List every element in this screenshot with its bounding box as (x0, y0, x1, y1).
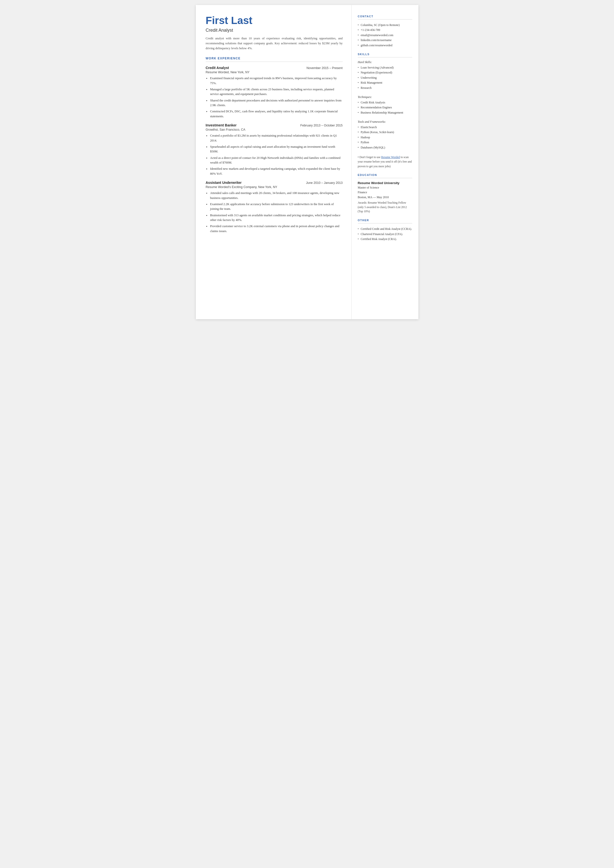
list-item: Provided customer service to 3.2K extern… (206, 224, 343, 234)
summary-text: Credit analyst with more than 10 years o… (206, 36, 343, 51)
list-item: Credit Risk Analysis (358, 100, 412, 105)
list-item: Hadoop (358, 135, 412, 140)
name-heading: First Last (206, 15, 343, 26)
list-item: Constructed DCFs, DSC, cash flow analyse… (206, 109, 343, 119)
promo-link[interactable]: Resume Worded (381, 156, 400, 158)
promo-text: • Don't forget to use Resume Worded to s… (358, 155, 412, 169)
education-label: EDUCATION (358, 174, 412, 176)
job-3-bullets: Attended sales calls and meetings with 2… (206, 191, 343, 234)
job-1-bullets: Examined financial reports and recognize… (206, 76, 343, 119)
techniques-list: Credit Risk Analysis Recommendation Engi… (358, 100, 412, 115)
right-column: CONTACT Columbia, SC (Open to Remote) +1… (352, 5, 419, 319)
contact-divider (358, 19, 412, 20)
job-3-title: Assistant Underwriter (206, 181, 242, 185)
job-2: Investment Banker February 2013 – Octobe… (206, 123, 343, 176)
skills-divider (358, 57, 412, 57)
other-list: Certified Credit and Risk Analyst (CCRA)… (358, 227, 412, 242)
job-title-heading: Credit Analyst (206, 28, 343, 33)
list-item: Certified Credit and Risk Analyst (CCRA)… (358, 227, 412, 231)
list-item: Certified Risk Analyst (CRA). (358, 236, 412, 242)
tools-list: ElasticSearch Python (Keras, Scikit-lear… (358, 125, 412, 150)
contact-list: Columbia, SC (Open to Remote) +1-234-456… (358, 23, 412, 48)
edu-awards: Awards: Resume Worded Teaching Fellow (o… (358, 201, 412, 214)
list-item: Python (358, 140, 412, 145)
list-item: Business Relationship Management (358, 110, 412, 115)
list-item: linkedin.com/in/username (358, 37, 412, 43)
edu-degree: Master of Science Finance Boston, MA — M… (358, 185, 412, 200)
other-label: OTHER (358, 219, 412, 222)
education-divider (358, 178, 412, 178)
list-item: Python (Keras, Scikit-learn) (358, 130, 412, 135)
list-item: Underwriting (358, 75, 412, 80)
job-2-title: Investment Banker (206, 123, 237, 127)
list-item: Acted as a direct point-of-contact for 2… (206, 156, 343, 165)
list-item: Brainstormed with 313 agents on availabl… (206, 213, 343, 223)
job-1: Credit Analyst November 2015 – Present R… (206, 66, 343, 119)
list-item: Spearheaded all aspects of capital raisi… (206, 144, 343, 154)
list-item: Managed a large portfolio of 5K clients … (206, 87, 343, 97)
tools-label: Tools and Frameworks: (358, 120, 412, 124)
hard-skills-label: Hard Skills: (358, 61, 412, 64)
list-item: Risk Management (358, 80, 412, 85)
techniques-label: Techniques: (358, 95, 412, 99)
work-divider (206, 62, 343, 62)
list-item: email@resumeworded.com (358, 33, 412, 37)
other-divider (358, 223, 412, 224)
list-item: github.com/resumeworded (358, 43, 412, 48)
list-item: Chartered Financial Analyst (CFA). (358, 231, 412, 236)
list-item: Columbia, SC (Open to Remote) (358, 23, 412, 28)
promo-prefix: • Don't forget to use (358, 156, 381, 158)
resume-page: First Last Credit Analyst Credit analyst… (196, 5, 419, 319)
list-item: Examined 2.2K applications for accuracy … (206, 202, 343, 211)
list-item: Identified new markets and developed a t… (206, 166, 343, 176)
job-1-company: Resume Worded, New York, NY (206, 70, 343, 74)
skills-label: SKILLS (358, 53, 412, 56)
edu-field: Finance (358, 191, 367, 194)
left-column: First Last Credit Analyst Credit analyst… (196, 5, 352, 319)
job-2-header: Investment Banker February 2013 – Octobe… (206, 123, 343, 127)
job-2-bullets: Created a portfolio of $3.2M in assets b… (206, 134, 343, 176)
list-item: Negotiation (Experienced) (358, 70, 412, 75)
list-item: Databases (MySQL) (358, 145, 412, 150)
list-item: +1-234-456-789 (358, 28, 412, 33)
contact-label: CONTACT (358, 15, 412, 18)
edu-degree-name: Master of Science (358, 186, 379, 189)
list-item: ElasticSearch (358, 125, 412, 130)
job-2-dates: February 2013 – October 2015 (301, 124, 343, 127)
list-item: Shared the credit department procedures … (206, 98, 343, 108)
job-3: Assistant Underwriter June 2010 – Januar… (206, 181, 343, 234)
list-item: Research (358, 85, 412, 90)
list-item: Examined financial reports and recognize… (206, 76, 343, 85)
hard-skills-section: Hard Skills: Loan Servicing (Advanced) N… (358, 61, 412, 90)
job-2-company: Growthsi, San Francisco, CA (206, 128, 343, 131)
list-item: Created a portfolio of $3.2M in assets b… (206, 134, 343, 143)
techniques-section: Techniques: Credit Risk Analysis Recomme… (358, 95, 412, 115)
hard-skills-list: Loan Servicing (Advanced) Negotiation (E… (358, 65, 412, 90)
tools-section: Tools and Frameworks: ElasticSearch Pyth… (358, 120, 412, 150)
list-item: Attended sales calls and meetings with 2… (206, 191, 343, 200)
edu-school: Resume Worded University (358, 181, 412, 185)
list-item: Recommendation Engines (358, 105, 412, 110)
job-1-dates: November 2015 – Present (307, 66, 343, 70)
work-experience-label: WORK EXPERIENCE (206, 57, 343, 60)
job-1-title: Credit Analyst (206, 66, 229, 70)
job-3-company: Resume Worded's Exciting Company, New Yo… (206, 185, 343, 189)
list-item: Loan Servicing (Advanced) (358, 65, 412, 70)
job-3-dates: June 2010 – January 2013 (306, 181, 343, 185)
job-1-header: Credit Analyst November 2015 – Present (206, 66, 343, 70)
edu-location-date: Boston, MA — May 2010 (358, 196, 389, 199)
job-3-header: Assistant Underwriter June 2010 – Januar… (206, 181, 343, 185)
